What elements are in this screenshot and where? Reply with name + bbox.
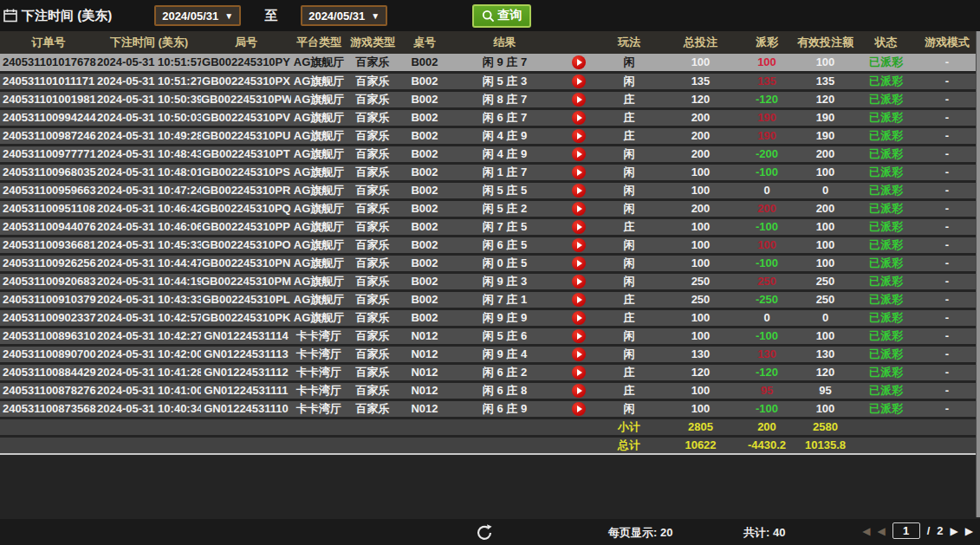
- refresh-icon[interactable]: [475, 522, 494, 542]
- table-row[interactable]: 2405311010111712024-05-31 10:51:27GB0022…: [0, 72, 980, 90]
- cell-result: 闲 1 庄 7: [451, 163, 559, 181]
- table-row[interactable]: 2405311008907002024-05-31 10:42:00GN0122…: [0, 345, 980, 363]
- last-page-icon[interactable]: ▶: [965, 525, 973, 537]
- table-row[interactable]: 2405311009206832024-05-31 10:44:19GB0022…: [0, 272, 980, 290]
- vertical-scrollbar[interactable]: [976, 31, 980, 517]
- play-video-icon[interactable]: [572, 184, 586, 198]
- table-row[interactable]: 2405311008782762024-05-31 10:41:00GN0122…: [0, 381, 980, 399]
- cell-total-bet: 135: [660, 72, 741, 90]
- play-video-icon[interactable]: [572, 256, 586, 270]
- cell-platform-type: 卡卡湾厅: [291, 363, 347, 381]
- cell-platform-type: AG旗舰厅: [291, 236, 347, 254]
- cell-payout: -120: [741, 363, 793, 381]
- page-input[interactable]: [892, 522, 920, 539]
- cell-result: 闲 5 庄 2: [451, 199, 559, 217]
- table-row[interactable]: 2405311009103792024-05-31 10:43:33GB0022…: [0, 290, 980, 308]
- play-video-icon[interactable]: [572, 220, 586, 234]
- column-header: 平台类型: [291, 31, 347, 54]
- cell-valid-bet: 100: [793, 236, 858, 254]
- play-video-icon[interactable]: [572, 329, 586, 343]
- table-row[interactable]: 2405311009262562024-05-31 10:44:47GB0022…: [0, 254, 980, 272]
- play-video-icon[interactable]: [572, 275, 586, 289]
- table-row[interactable]: 2405311009872462024-05-31 10:49:28GB0022…: [0, 127, 980, 145]
- table-row[interactable]: 2405311009023372024-05-31 10:42:57GB0022…: [0, 308, 980, 327]
- play-video-icon[interactable]: [572, 147, 586, 161]
- play-video-icon[interactable]: [572, 202, 586, 216]
- prev-page-icon[interactable]: ◀: [877, 525, 885, 537]
- table-row[interactable]: 2405311009680352024-05-31 10:48:01GB0022…: [0, 163, 980, 181]
- subtotal-row: 小计28052002580: [0, 418, 980, 436]
- cell-table-number: B002: [399, 72, 451, 90]
- cell-game-number: GN01224531111: [201, 381, 291, 399]
- cell-valid-bet: 130: [793, 345, 858, 363]
- cell-game-number: GN01224531113: [201, 345, 291, 363]
- cell-valid-bet: 250: [793, 272, 858, 290]
- cell-game-number: GB002245310PO: [201, 236, 291, 254]
- cell-game-type: 百家乐: [347, 163, 399, 181]
- cell-game-type: 百家乐: [347, 290, 399, 308]
- play-video-icon[interactable]: [572, 165, 586, 179]
- cell-game-number: GN01224531110: [201, 399, 291, 418]
- cell-total-bet: 200: [660, 145, 741, 163]
- cell-table-number: B002: [399, 127, 451, 145]
- cell-total-bet: 250: [660, 272, 741, 290]
- cell-order: 240531100994244: [0, 108, 97, 127]
- pagination-bar: 每页显示: 20 共计: 40 ◀ ◀ / 2 ▶ ▶: [0, 519, 980, 545]
- play-video-icon[interactable]: [572, 384, 586, 398]
- cell-game-number: GN01224531114: [201, 327, 291, 345]
- cell-game-number: GB002245310PV: [201, 108, 291, 127]
- cell-bet-time: 2024-05-31 10:50:39: [97, 90, 201, 108]
- table-row[interactable]: 2405311010176782024-05-31 10:51:57GB0022…: [0, 54, 980, 72]
- cell-play-type: 庄: [598, 308, 660, 327]
- cell-result: 闲 7 庄 5: [451, 217, 559, 236]
- table-row[interactable]: 2405311008735682024-05-31 10:40:34GN0122…: [0, 399, 980, 418]
- table-row[interactable]: 2405311009511082024-05-31 10:46:42GB0022…: [0, 199, 980, 217]
- cell-table-number: B002: [399, 217, 451, 236]
- cell-game-number: GB002245310PP: [201, 217, 291, 236]
- table-row[interactable]: 2405311009366812024-05-31 10:45:33GB0022…: [0, 236, 980, 254]
- cell-table-number: B002: [399, 163, 451, 181]
- play-video-icon[interactable]: [572, 402, 586, 416]
- table-row[interactable]: 2405311009440762024-05-31 10:46:06GB0022…: [0, 217, 980, 236]
- play-video-icon[interactable]: [572, 55, 586, 69]
- cell-bet-time: 2024-05-31 10:40:34: [97, 399, 201, 418]
- query-button[interactable]: 查询: [472, 4, 531, 28]
- table-row[interactable]: 2405311008844292024-05-31 10:41:28GN0122…: [0, 363, 980, 381]
- table-row[interactable]: 2405311008963102024-05-31 10:42:27GN0122…: [0, 327, 980, 345]
- column-header: 玩法: [598, 31, 660, 54]
- play-video-icon[interactable]: [572, 129, 586, 143]
- table-row[interactable]: 2405311009596632024-05-31 10:47:24GB0022…: [0, 181, 980, 199]
- cell-play-type: 庄: [598, 217, 660, 236]
- cell-valid-bet: 190: [793, 108, 858, 127]
- play-video-icon[interactable]: [572, 93, 586, 107]
- end-date-select[interactable]: 2024/05/31 ▼: [301, 5, 387, 26]
- cell-table-number: B002: [399, 308, 451, 327]
- next-page-icon[interactable]: ▶: [951, 525, 958, 537]
- play-video-icon[interactable]: [572, 366, 586, 380]
- column-header: 下注时间 (美东): [97, 31, 201, 54]
- cell-game-number: GB002245310PY: [201, 54, 291, 72]
- cell-game-type: 百家乐: [347, 127, 399, 145]
- first-page-icon[interactable]: ◀: [862, 525, 870, 537]
- cell-play-type: 闲: [598, 345, 660, 363]
- play-video-icon[interactable]: [572, 311, 586, 325]
- cell-play-type: 闲: [598, 145, 660, 163]
- table-header-row: 订单号下注时间 (美东)局号平台类型游戏类型桌号结果玩法总投注派彩有效投注额状态…: [0, 31, 980, 54]
- cell-result: 闲 7 庄 1: [451, 290, 559, 308]
- play-video-icon[interactable]: [572, 238, 586, 252]
- cell-bet-time: 2024-05-31 10:44:19: [97, 272, 201, 290]
- cell-bet-time: 2024-05-31 10:51:27: [97, 72, 201, 90]
- play-video-icon[interactable]: [572, 293, 586, 307]
- table-row[interactable]: 2405311009777712024-05-31 10:48:43GB0022…: [0, 145, 980, 163]
- play-video-icon[interactable]: [572, 111, 586, 125]
- start-date-select[interactable]: 2024/05/31 ▼: [154, 5, 241, 26]
- cell-game-mode: -: [914, 236, 980, 254]
- table-row[interactable]: 2405311010019812024-05-31 10:50:39GB0022…: [0, 90, 980, 108]
- play-video-icon[interactable]: [572, 347, 586, 361]
- per-page-label: 每页显示:: [608, 526, 657, 539]
- column-header: 结果: [451, 31, 559, 54]
- table-row[interactable]: 2405311009942442024-05-31 10:50:03GB0022…: [0, 108, 980, 127]
- play-video-icon[interactable]: [572, 75, 586, 88]
- cell-table-number: B002: [399, 145, 451, 163]
- cell-play-type: 庄: [598, 90, 660, 108]
